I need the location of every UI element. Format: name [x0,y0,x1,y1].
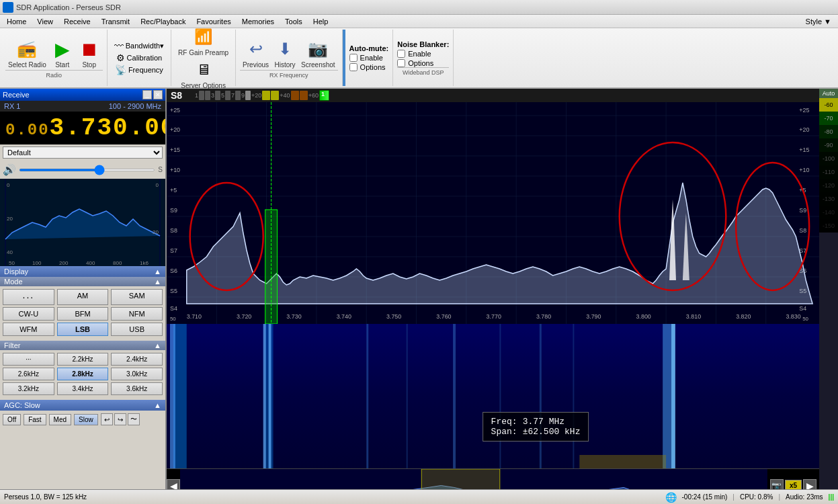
pano-snapshot-btn[interactable]: 📷 [770,479,784,490]
style-btn[interactable]: Style ▼ [800,17,837,26]
screenshot-button[interactable]: 📷 Screenshot [298,37,338,70]
menu-view[interactable]: View [32,16,58,27]
menu-receive[interactable]: Receive [58,16,96,27]
mode-btn-am[interactable]: AM [57,289,109,305]
freq-label: Freq: [491,417,517,427]
svg-text:3.830: 3.830 [786,313,800,320]
calibration-button[interactable]: ⚙ Calibration [114,52,165,64]
mode-btn-usb[interactable]: USB [111,323,163,336]
volume-slider[interactable] [19,169,155,171]
filter-btn-36[interactable]: 3.6kHz [111,382,163,395]
svg-text:+20: +20 [799,126,809,133]
menu-help[interactable]: Help [308,16,334,27]
display-section-header[interactable]: Display ▲ [0,266,165,277]
scale-60-btn[interactable]: -60 [819,98,838,112]
history-label: History [274,61,295,69]
previous-icon: ↩ [245,38,267,60]
stop-button[interactable]: ⏹ Stop [76,37,103,70]
filter-btn-28[interactable]: 2.8kHz [57,368,109,380]
agc-fast-btn[interactable]: Fast [24,414,46,425]
mode-btn-lsb[interactable]: LSB [57,323,109,336]
automute-options-checkbox[interactable] [349,63,358,71]
scale-100-btn[interactable]: -100 [819,152,838,165]
filter-btn-30[interactable]: 3.0kHz [111,368,163,380]
scale-150-btn[interactable]: -150 [819,219,838,233]
scale-70-btn[interactable]: -70 [819,112,838,125]
filter-btn-24[interactable]: 2.4kHz [111,353,163,366]
frequency-value: 3.730.000 [50,114,167,142]
scale-80-btn[interactable]: -80 [819,125,838,138]
filter-btn-26[interactable]: 2.6kHz [3,368,54,380]
svg-rect-85 [173,324,187,468]
nav-redo-btn[interactable]: ↪ [114,413,126,425]
filter-btn-32[interactable]: 3.2kHz [3,382,54,395]
rf-gain-icon: 📶 [193,26,214,48]
server-options-button[interactable]: 🖥 Server Options [178,58,228,91]
calibration-label: Calibration [127,54,163,62]
mode-btn-cwu[interactable]: CW-U [3,307,54,321]
svg-text:20: 20 [7,216,13,222]
pano-prev-btn[interactable]: ◀ [167,479,180,490]
scale-90-btn[interactable]: -90 [819,138,838,152]
agc-med-btn[interactable]: Med [49,414,71,425]
bandwidth-button[interactable]: 〰 Bandwidth ▾ [112,40,167,52]
mode-btn-dots[interactable]: ··· [3,289,54,305]
bandwidth-label: Bandwidth [126,42,160,50]
svg-text:3.740: 3.740 [337,313,351,320]
automute-enable-checkbox[interactable] [349,54,358,62]
auto-scale-btn[interactable]: Auto [819,89,838,98]
scale-130-btn[interactable]: -130 [819,192,838,206]
panoramic-bar: ◀ 3.500 3.600 3.700 [167,468,819,489]
agc-off-btn[interactable]: Off [3,414,21,425]
scale-120-btn[interactable]: -120 [819,179,838,192]
automute-enable-label: Enable [360,54,383,62]
stop-icon: ⏹ [79,38,100,60]
nb-options-checkbox[interactable] [397,59,405,67]
agc-section-header[interactable]: AGC: Slow ▲ [0,400,165,411]
preset-dropdown[interactable]: Default [3,146,163,159]
menu-tools[interactable]: Tools [280,16,308,27]
svg-rect-60 [265,210,278,324]
nb-enable-checkbox[interactable] [397,50,405,58]
toolbar-nav-section: ↩ Previous ⬇ History 📷 Screenshot RX Fre… [236,30,343,86]
filter-btn-22[interactable]: 2.2kHz [57,353,109,366]
svg-text:+25: +25 [799,107,809,114]
previous-label: Previous [243,61,269,69]
svg-text:S9: S9 [799,207,806,214]
svg-text:+10: +10 [170,167,180,173]
mode-btn-wfm[interactable]: WFM [3,323,54,336]
nav-undo-btn[interactable]: ↩ [101,413,113,425]
svg-text:+20: +20 [170,126,180,133]
zoom-label[interactable]: x5 [785,480,802,489]
filter-btn-dots[interactable]: ··· [3,353,54,366]
menu-memories[interactable]: Memories [237,16,280,27]
svg-text:50: 50 [170,316,176,322]
mode-btn-nfm[interactable]: NFM [111,307,163,321]
toolbar-bw-section: 〰 Bandwidth ▾ ⚙ Calibration 📡 Frequency [108,30,171,86]
mode-chevron: ▲ [154,278,161,286]
frequency-button[interactable]: 📡 Frequency [112,64,166,76]
scale-110-btn[interactable]: -110 [819,165,838,179]
screenshot-label: Screenshot [301,61,335,69]
select-radio-button[interactable]: 📻 Select Radio [5,37,49,70]
pano-next-btn[interactable]: ▶ [803,479,816,490]
scale-140-btn[interactable]: -140 [819,206,838,219]
mode-section-header[interactable]: Mode ▲ [0,277,165,286]
display-label: Display [4,267,28,276]
menu-transmit[interactable]: Transmit [96,16,135,27]
close-panel-btn[interactable]: ✕ [153,90,163,99]
mode-btn-sam[interactable]: SAM [111,289,163,305]
rf-gain-button[interactable]: 📶 RF Gain Preamp [175,25,231,58]
mode-btn-bfm[interactable]: BFM [57,307,109,321]
nav-wave-btn[interactable]: 〜 [128,413,140,425]
app-icon [3,2,13,13]
start-button[interactable]: ▶ Start [49,37,76,70]
minimize-panel-btn[interactable]: _ [142,90,152,99]
filter-section-header[interactable]: Filter ▲ [0,341,165,350]
agc-slow-btn[interactable]: Slow [74,414,98,425]
filter-btn-34[interactable]: 3.4kHz [57,382,109,395]
svg-text:800: 800 [113,260,122,266]
menu-home[interactable]: Home [1,16,32,27]
previous-button[interactable]: ↩ Previous [240,37,271,70]
history-button[interactable]: ⬇ History [271,37,298,70]
